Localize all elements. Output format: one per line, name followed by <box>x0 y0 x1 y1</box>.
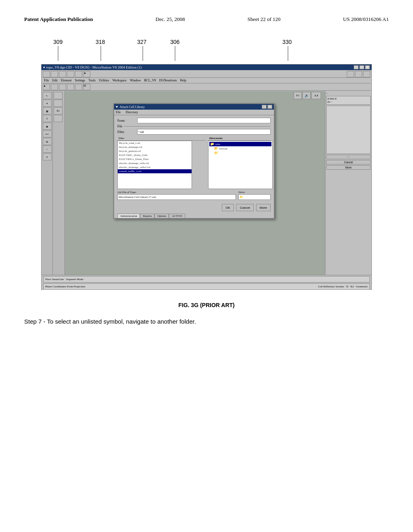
second-sidebar: B3 <box>53 91 65 289</box>
tool-s1[interactable] <box>54 92 63 99</box>
folder-tree[interactable]: 📁jobs 📂browse 📁 <box>208 141 273 189</box>
tool-hand[interactable]: ☞ <box>43 145 52 153</box>
tab-active[interactable]: ACTIVE <box>169 214 185 218</box>
tool-arrows[interactable]: ⟺ <box>43 130 52 137</box>
menu-dgnronform[interactable]: DGNronform <box>159 79 177 82</box>
tab-admin[interactable]: Administration <box>117 214 140 218</box>
toolbar-btn-3[interactable] <box>59 71 66 77</box>
directory-section: Directories 📁jobs 📂browse <box>208 136 271 189</box>
menu-help[interactable]: Help <box>180 79 186 82</box>
toolbar-btn-5[interactable] <box>75 71 82 77</box>
dialog-close[interactable]: ? <box>262 105 267 109</box>
toolbar-btn-2[interactable] <box>51 71 58 77</box>
tab-reports[interactable]: Reports <box>140 214 154 218</box>
menu-bar: File Edit Element Settings Tools Utiliti… <box>42 78 371 83</box>
maximize-btn[interactable]: □ <box>359 65 364 69</box>
toolbar-btn-b[interactable] <box>59 84 66 90</box>
rp-btn-1[interactable]: ···· <box>326 155 371 159</box>
tool-2[interactable]: ✦ <box>43 100 52 107</box>
tool-5[interactable]: ◉ <box>43 123 52 130</box>
menu-tools[interactable]: Tools <box>88 79 96 82</box>
menu-utilities[interactable]: Utilities <box>99 79 109 82</box>
status-row-2: Phase Coordinates From Projection Cell R… <box>43 283 370 290</box>
toolbar-btn-9[interactable] <box>363 71 370 77</box>
toolbar-btn-a[interactable] <box>51 84 58 90</box>
cancel-button[interactable]: Cancel <box>236 204 254 211</box>
ok-button[interactable]: OK <box>222 204 234 211</box>
file-item-5[interactable]: ELECTRICx_Drain_Files <box>118 157 192 161</box>
filter-row: Filter <box>117 129 271 135</box>
header-publication: Patent Application Publication <box>24 16 93 23</box>
left-toolbar: ↖ ✦ ▦ A ◉ ⟺ ⊞ ☞ ✕ <box>42 91 53 289</box>
dialog-menu-dir[interactable]: Directory <box>125 110 138 114</box>
file-folder-area: Files Bicycle_road_t.cel bicycle_drainag… <box>117 136 271 189</box>
file-item-2[interactable]: bicycle_drainage.cel <box>118 145 192 149</box>
figure-caption: FIG. 3G (PRIOR ART) <box>24 302 389 308</box>
file-item-7[interactable]: electric_drainage_cells2.cel <box>118 165 192 169</box>
status-text-2: Phase Coordinates From Projection <box>45 285 85 288</box>
directories-label: Directories <box>208 136 271 141</box>
menu-window[interactable]: Window <box>130 79 141 82</box>
toolbar-btn-4[interactable] <box>67 71 74 77</box>
tool-4[interactable]: A <box>43 115 52 122</box>
close-btn[interactable]: ✕ <box>365 65 370 69</box>
header-date: Dec. 25, 2008 <box>156 16 185 23</box>
toolbar-upload[interactable]: ▲ <box>43 84 50 90</box>
attach-cell-library-dialog: ♥ Attach Cell Library ? ✕ File Director <box>113 103 275 219</box>
toolbar-btn-c[interactable] <box>67 84 74 90</box>
menu-bclv8[interactable]: BCL_V8 <box>144 79 156 82</box>
from-input[interactable] <box>137 118 271 123</box>
tool-s3[interactable]: B3 <box>54 107 63 114</box>
dialog-menu-file[interactable]: File <box>116 110 121 114</box>
file-item-8[interactable]: coastal_traffic_i.cel <box>118 169 192 173</box>
file-list[interactable]: Bicycle_road_t.cel bicycle_drainage.cel … <box>117 141 192 189</box>
toolbar-row-1: ▲ <box>42 71 371 78</box>
menu-settings[interactable]: Settings <box>75 79 85 82</box>
menu-edit[interactable]: Edit <box>52 79 57 82</box>
file-label: File <box>117 125 122 128</box>
toolbar-btn-1[interactable] <box>43 71 50 77</box>
toolbar-row-2: ▲ ☒ <box>42 83 371 91</box>
toolbar-btn-8[interactable] <box>355 71 362 77</box>
lib-value[interactable]: MicroStation Cell Library (*.cei) <box>117 194 236 200</box>
toolbar-btn-6[interactable]: ▲ <box>83 71 90 77</box>
tool-grid[interactable]: ⊞ <box>43 138 52 145</box>
toolbar-btn-d[interactable] <box>75 84 82 90</box>
tool-x[interactable]: ✕ <box>43 153 52 160</box>
file-item-6[interactable]: electric_drainage_cells.cel <box>118 161 192 165</box>
tool-s4[interactable] <box>54 115 63 122</box>
menu-element[interactable]: Element <box>61 79 72 82</box>
minimize-btn[interactable]: _ <box>354 65 359 69</box>
lib-label: Lib File of Type: <box>117 191 236 194</box>
icon-f3[interactable]: F3 <box>294 92 302 99</box>
rp-line1: E3MCE <box>327 97 369 100</box>
dialog-menu: File Directory <box>114 110 274 115</box>
filter-input[interactable] <box>137 129 271 135</box>
tool-s2[interactable] <box>54 100 63 107</box>
menu-file[interactable]: File <box>44 79 49 82</box>
file-item-1[interactable]: Bicycle_road_t.cel <box>118 141 192 145</box>
tab-options[interactable]: Options <box>154 214 169 218</box>
drive-value[interactable]: 📁 <box>238 194 271 200</box>
toolbar-area: ▲ File Edit Element Settings Tools Utili… <box>42 70 371 91</box>
more-button[interactable]: More <box>256 204 271 211</box>
tool-select[interactable]: ↖ <box>43 92 52 99</box>
file-section: File <box>117 125 271 128</box>
icon-num[interactable]: 1.3 <box>311 92 321 99</box>
file-item-4[interactable]: ELECTRIC_Drain_Cells <box>118 153 192 157</box>
from-label: From: <box>117 119 136 123</box>
drive-section: Drive 📁 <box>238 191 271 200</box>
folder-3[interactable]: 📁 <box>209 151 271 155</box>
rp-btn-2[interactable]: Cancel <box>326 160 371 164</box>
dialog-minimize[interactable]: ✕ <box>267 105 272 109</box>
icon-sound[interactable]: 🔊 <box>302 92 311 99</box>
file-item-3[interactable]: bicycle_general.cel <box>118 149 192 153</box>
folder-browse[interactable]: 📂browse <box>209 146 271 151</box>
right-panel: ··· E3MCE El··· ···· Cancel More <box>325 91 371 289</box>
toolbar-btn-7[interactable] <box>347 71 354 77</box>
rp-btn-3[interactable]: More <box>326 165 371 170</box>
menu-workspace[interactable]: Workspace <box>113 79 127 82</box>
folder-jobs[interactable]: 📁jobs <box>209 142 271 146</box>
tool-3[interactable]: ▦ <box>43 107 52 114</box>
toolbar-btn-e[interactable]: ☒ <box>83 84 90 90</box>
